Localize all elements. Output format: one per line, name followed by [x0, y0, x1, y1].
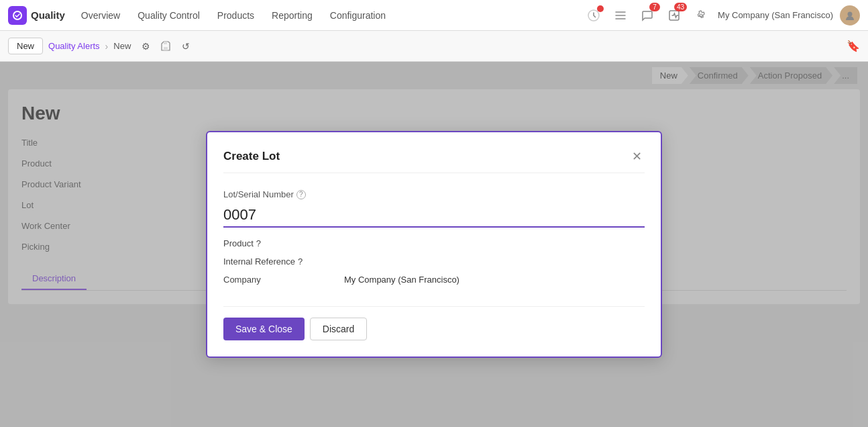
settings-gear-icon[interactable]: ⚙: [138, 38, 154, 54]
product-help-icon[interactable]: ?: [256, 238, 261, 248]
lot-serial-label: Lot/Serial Number ?: [223, 189, 645, 199]
brand-icon[interactable]: [8, 6, 27, 25]
settings-btn[interactable]: [691, 5, 711, 26]
product-field-label: Product ?: [223, 238, 344, 248]
modal-overlay: Create Lot ✕ Lot/Serial Number ? Product: [0, 62, 868, 427]
lot-serial-input[interactable]: [223, 203, 645, 228]
company-field-label: Company: [223, 275, 344, 285]
nav-products[interactable]: Products: [209, 6, 262, 25]
nav-overview[interactable]: Overview: [73, 6, 128, 25]
company-field-value: My Company (San Francisco): [344, 275, 645, 285]
breadcrumb-quality-alerts[interactable]: Quality Alerts: [48, 41, 100, 51]
avatar[interactable]: [840, 5, 860, 26]
nav-reporting[interactable]: Reporting: [264, 6, 321, 25]
lot-help-icon[interactable]: ?: [296, 190, 306, 199]
nav-items: Overview Quality Control Products Report…: [73, 6, 581, 25]
modal-grid: Product ? Internal Reference ? Company M…: [223, 238, 645, 285]
breadcrumb-bar: New Quality Alerts › New ⚙ ↺ 🔖: [0, 31, 868, 62]
modal-footer: Save & Close Discard: [223, 306, 645, 340]
tools-btn[interactable]: [610, 5, 631, 26]
modal-body: Lot/Serial Number ? Product ? Internal R…: [223, 184, 645, 290]
product-field-value[interactable]: [344, 238, 645, 248]
internal-ref-field-value[interactable]: [344, 256, 645, 267]
red-dot-badge: [597, 5, 604, 12]
breadcrumb-current: New: [113, 41, 131, 51]
main-area: New Confirmed Action Proposed ... New Ti…: [0, 62, 868, 427]
new-button[interactable]: New: [8, 38, 43, 54]
brand: Quality: [8, 6, 65, 25]
lot-serial-field: Lot/Serial Number ?: [223, 189, 645, 228]
chat-btn[interactable]: 7: [637, 5, 657, 26]
notification-dot-btn[interactable]: [584, 5, 604, 26]
breadcrumb-right: 🔖: [847, 40, 860, 52]
activity-badge: 43: [674, 3, 687, 11]
breadcrumb-actions: ⚙ ↺: [138, 38, 194, 54]
nav-quality-control[interactable]: Quality Control: [129, 6, 208, 25]
breadcrumb-separator: ›: [105, 41, 109, 52]
refresh-icon[interactable]: ↺: [178, 38, 194, 54]
chat-badge: 7: [649, 3, 660, 11]
discard-button[interactable]: Discard: [310, 318, 367, 340]
internal-ref-help-icon[interactable]: ?: [298, 256, 303, 267]
brand-name: Quality: [31, 9, 65, 21]
modal-title: Create Lot: [223, 150, 280, 163]
create-lot-modal: Create Lot ✕ Lot/Serial Number ? Product: [206, 131, 662, 358]
close-icon[interactable]: ✕: [629, 148, 645, 164]
svg-rect-6: [164, 42, 167, 44]
activity-btn[interactable]: 43: [664, 5, 684, 26]
save-close-button[interactable]: Save & Close: [223, 318, 305, 340]
company-name: My Company (San Francisco): [718, 10, 833, 20]
svg-rect-5: [164, 47, 168, 50]
modal-header: Create Lot ✕: [223, 148, 645, 173]
bookmark-icon[interactable]: 🔖: [847, 40, 860, 52]
internal-ref-field-label: Internal Reference ?: [223, 256, 344, 267]
nav-configuration[interactable]: Configuration: [322, 6, 394, 25]
navbar-right: 7 43 My Company (San Francisco): [584, 5, 860, 26]
navbar: Quality Overview Quality Control Product…: [0, 0, 868, 31]
save-icon[interactable]: [158, 38, 174, 54]
svg-point-4: [848, 11, 853, 16]
